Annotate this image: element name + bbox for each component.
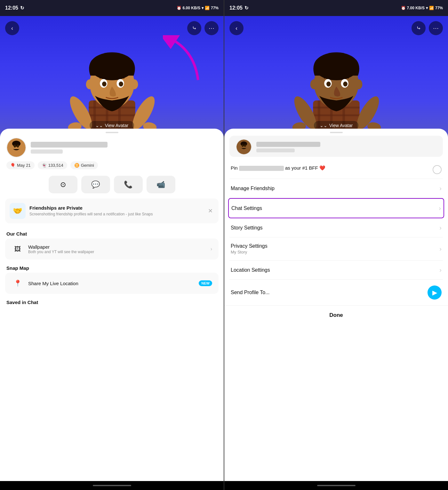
back-icon-left: ‹ bbox=[11, 25, 13, 32]
right-panel-card: Pin as your #1 BFF ❤️ Manage Friendship … bbox=[224, 129, 448, 481]
send-icon: ▶ bbox=[432, 289, 437, 296]
back-button-left[interactable]: ‹ bbox=[5, 21, 19, 35]
wallpaper-chevron-icon: › bbox=[211, 246, 212, 252]
profile-handle-blur-left bbox=[31, 149, 63, 154]
camera-button[interactable]: ⊙ bbox=[49, 176, 77, 193]
signal-icon-right: 📶 bbox=[429, 6, 434, 10]
camera-icon: ⊙ bbox=[60, 181, 66, 189]
wallpaper-menu-item[interactable]: 🖼 Wallpaper Both you and YT will see the… bbox=[5, 238, 219, 260]
svg-point-25 bbox=[17, 145, 19, 148]
badge-friends: 👻 133,514 bbox=[38, 161, 67, 169]
partial-profile-info bbox=[256, 142, 320, 152]
profile-info-left bbox=[31, 142, 217, 154]
profile-avatar-left bbox=[6, 138, 26, 157]
send-profile-row: Send Profile To... ▶ bbox=[229, 280, 443, 305]
partial-handle-blur bbox=[256, 149, 295, 152]
back-button-right[interactable]: ‹ bbox=[229, 21, 244, 35]
avatar-area-left: ‹ ⤷ ⋯ bbox=[0, 16, 224, 138]
svg-point-48 bbox=[241, 141, 247, 146]
story-settings-row[interactable]: Story Settings › bbox=[229, 218, 443, 237]
wallpaper-text: Wallpaper Both you and YT will see the w… bbox=[28, 244, 206, 254]
chat-button[interactable]: 💬 bbox=[81, 176, 110, 193]
pin-toggle[interactable] bbox=[433, 165, 442, 174]
nav-bar-right bbox=[224, 481, 448, 490]
privacy-settings-chevron-icon: › bbox=[439, 245, 442, 253]
send-profile-title: Send Profile To... bbox=[231, 290, 270, 295]
chevron-down-icon-right: ⌄⌄ bbox=[320, 123, 327, 128]
story-settings-text: Story Settings bbox=[231, 225, 263, 231]
status-icons-right: ⏰ 7.00 KB/S ▾ 📶 77% bbox=[401, 6, 443, 10]
menu-list-right: Pin as your #1 BFF ❤️ Manage Friendship … bbox=[224, 159, 448, 305]
svg-point-42 bbox=[326, 82, 331, 87]
share-button-right[interactable]: ⤷ bbox=[412, 21, 426, 35]
status-time-left: 12:05 ↻ bbox=[5, 5, 24, 11]
partial-profile-right bbox=[229, 136, 443, 157]
wifi-icon: ▾ bbox=[202, 6, 204, 10]
sync-icon-right: ↻ bbox=[244, 5, 249, 11]
svg-rect-7 bbox=[89, 114, 135, 116]
manage-friendship-row[interactable]: Manage Friendship › bbox=[229, 179, 443, 198]
top-right-buttons-right: ⤷ ⋯ bbox=[412, 21, 443, 35]
top-buttons-left: ‹ ⤷ ⋯ bbox=[0, 21, 224, 35]
chat-settings-chevron-icon: › bbox=[439, 205, 441, 212]
friendship-notice: 🤝 Friendships are Private Screenshotting… bbox=[5, 198, 219, 223]
chat-settings-row[interactable]: Chat Settings › bbox=[228, 198, 444, 218]
svg-point-24 bbox=[14, 145, 16, 148]
profile-badges-left: 🎈 May 21 👻 133,514 ♊ Gemini bbox=[0, 160, 224, 173]
right-panel: 12:05 ↻ ⏰ 7.00 KB/S ▾ 📶 77% ‹ ⤷ ⋯ bbox=[224, 0, 448, 490]
pin-text: Pin as your #1 BFF ❤️ bbox=[231, 165, 325, 171]
video-button[interactable]: 📹 bbox=[147, 176, 175, 193]
pin-row: Pin as your #1 BFF ❤️ bbox=[229, 159, 443, 179]
share-icon-left: ⤷ bbox=[192, 25, 197, 32]
partial-name-blur bbox=[256, 142, 320, 147]
svg-point-14 bbox=[131, 79, 138, 89]
manage-friendship-chevron-icon: › bbox=[439, 185, 442, 192]
top-buttons-right: ‹ ⤷ ⋯ bbox=[224, 21, 448, 35]
chat-icon: 💬 bbox=[91, 181, 100, 189]
ghost-icon: 👻 bbox=[42, 163, 47, 168]
more-button-right[interactable]: ⋯ bbox=[429, 21, 443, 35]
live-location-text: Share My Live Location bbox=[28, 281, 194, 286]
privacy-settings-row[interactable]: Privacy Settings My Story › bbox=[229, 237, 443, 261]
notice-close-button[interactable]: ✕ bbox=[207, 206, 214, 216]
profile-name-blur-left bbox=[31, 142, 108, 148]
badge-zodiac: ♊ Gemini bbox=[70, 161, 98, 169]
partial-profile-avatar bbox=[236, 139, 252, 155]
action-buttons-left: ⊙ 💬 📞 📹 bbox=[0, 173, 224, 198]
drag-handle-right bbox=[330, 132, 343, 133]
svg-point-43 bbox=[343, 82, 348, 87]
svg-point-39 bbox=[355, 79, 362, 89]
notice-text: Friendships are Private Screenshotting f… bbox=[29, 205, 203, 217]
chat-settings-text: Chat Settings bbox=[231, 205, 262, 211]
location-settings-row[interactable]: Location Settings › bbox=[229, 261, 443, 280]
wifi-icon-right: ▾ bbox=[426, 6, 428, 10]
story-settings-chevron-icon: › bbox=[439, 224, 442, 231]
status-bar-left: 12:05 ↻ ⏰ 6.00 KB/S ▾ 📶 77% bbox=[0, 0, 224, 16]
more-icon-right: ⋯ bbox=[433, 25, 439, 32]
live-location-menu-item[interactable]: 📍 Share My Live Location NEW bbox=[5, 273, 219, 294]
share-button-left[interactable]: ⤷ bbox=[187, 21, 201, 35]
our-chat-label: Our Chat bbox=[0, 229, 224, 238]
more-button-left[interactable]: ⋯ bbox=[204, 21, 219, 35]
svg-point-23 bbox=[12, 141, 20, 147]
share-icon-right: ⤷ bbox=[416, 25, 421, 32]
send-profile-button[interactable]: ▶ bbox=[428, 285, 442, 300]
svg-point-49 bbox=[242, 145, 244, 147]
privacy-settings-text: Privacy Settings My Story bbox=[231, 243, 268, 254]
svg-rect-32 bbox=[313, 114, 359, 116]
svg-point-38 bbox=[310, 79, 317, 89]
manage-friendship-text: Manage Friendship bbox=[231, 186, 275, 191]
profile-header-left bbox=[0, 133, 224, 160]
alarm-icon-right: ⏰ bbox=[401, 6, 406, 10]
pin-name-blur bbox=[239, 166, 284, 171]
location-settings-text: Location Settings bbox=[231, 267, 270, 273]
svg-point-17 bbox=[102, 82, 107, 87]
back-icon-right: ‹ bbox=[236, 25, 237, 32]
top-right-buttons-left: ⤷ ⋯ bbox=[187, 21, 219, 35]
location-settings-chevron-icon: › bbox=[439, 266, 442, 274]
done-button[interactable]: Done bbox=[224, 305, 448, 325]
avatar-area-right: ‹ ⤷ ⋯ bbox=[224, 16, 448, 138]
video-icon: 📹 bbox=[156, 181, 165, 189]
snap-map-label: Snap Map bbox=[0, 263, 224, 273]
call-button[interactable]: 📞 bbox=[114, 176, 143, 193]
